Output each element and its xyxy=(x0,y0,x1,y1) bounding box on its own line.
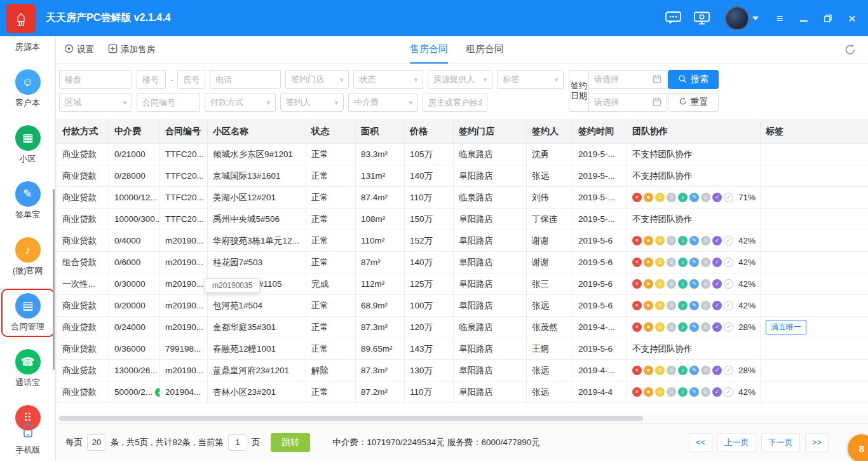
refresh-icon[interactable] xyxy=(844,43,857,58)
cell-contract: TTFC20... xyxy=(160,209,208,230)
sidebar-item-customer-book[interactable]: ☺客户本 xyxy=(6,69,50,109)
cell-contract: TTFC20... xyxy=(160,187,208,209)
titlebar: ⌂ 10 天天房产PC尝鲜版 v2.1.4.4 ≡ × xyxy=(0,0,868,36)
member-purple-icon: ✓ xyxy=(712,279,722,289)
tab-sale-contracts[interactable]: 售房合同 xyxy=(410,36,448,64)
cell-community: 春融苑12幢1001 xyxy=(208,338,306,360)
horizontal-scrollbar[interactable] xyxy=(57,414,868,423)
sidebar-item-wechat-site[interactable]: ♪(微)官网 xyxy=(6,237,50,277)
listing-tag[interactable]: 满五唯一 xyxy=(766,320,806,334)
table-row[interactable]: 商业贷款50000/2...✓201904...杏林小区23#201正常87.2… xyxy=(57,382,868,403)
sidebar-item-mobile-version[interactable]: 手机版 xyxy=(0,423,56,456)
sidebar-items: 房源本☺客户本▦小区✎签单宝♪(微)官网▤合同管理☎通话宝⠿ xyxy=(0,39,55,430)
member-purple-icon: ✓ xyxy=(712,322,722,332)
owner-name-input[interactable] xyxy=(423,93,487,112)
status-select[interactable]: 状态▾ xyxy=(353,70,423,89)
cell-signer: 沈勇 xyxy=(527,144,573,165)
sidebar-item-house-book[interactable]: 房源本 xyxy=(6,39,50,53)
table-row[interactable]: 一次性...0/30000m20190...#1105完成112m²125万阜阳… xyxy=(57,273,868,295)
add-sale-button[interactable]: 添加售房 xyxy=(108,44,155,55)
cell-team: 不支持团队协作 xyxy=(627,165,761,187)
restore-icon[interactable] xyxy=(822,13,834,24)
table-row[interactable]: 商业贷款0/4000m20190...华府骏苑3栋1单元12...正常110m²… xyxy=(57,230,868,252)
reset-button[interactable]: 重置 xyxy=(668,93,719,112)
cell-signer: 张远 xyxy=(527,295,573,317)
date-inputs: 请选择 请选择 xyxy=(588,70,667,112)
current-page-input[interactable] xyxy=(228,434,247,451)
member-check-outline-icon: ✓ xyxy=(724,301,733,310)
prev-page-button[interactable]: 上一页 xyxy=(717,433,756,452)
member-orange-icon: ● xyxy=(644,193,653,202)
minimize-icon[interactable] xyxy=(798,13,810,24)
payment-select[interactable]: 付款方式▾ xyxy=(205,93,276,112)
block-no-input[interactable] xyxy=(137,70,166,89)
sidebar-item-sign-pen[interactable]: ✎签单宝 xyxy=(6,181,50,221)
table-row[interactable]: 商业贷款0/28000TTFC20...京城国际13#1601正常131m²14… xyxy=(57,165,868,187)
minimize-bar xyxy=(800,20,808,22)
signer-select[interactable]: 签约人▾ xyxy=(280,93,344,112)
room-no-input[interactable] xyxy=(177,70,205,89)
table-row[interactable]: 商业贷款0/24000m20190...金都华庭35#301正常87.3m²12… xyxy=(57,317,868,338)
cell-fee: 0/28000 xyxy=(109,165,160,187)
provider-select[interactable]: 房源提供人▾ xyxy=(428,70,492,89)
tab-rent-contracts[interactable]: 租房合同 xyxy=(466,36,504,64)
search-button[interactable]: 搜索 xyxy=(668,70,719,89)
floating-badge[interactable]: 8 xyxy=(848,434,868,461)
settings-button[interactable]: 设置 xyxy=(64,44,94,55)
avatar-image xyxy=(725,6,749,31)
member-gray2-icon: ☺ xyxy=(701,193,710,202)
table-row[interactable]: 商业贷款13000/26...m20190...蓝鼎皇河府23#1201解除87… xyxy=(57,360,868,382)
cell-fee: 13000/26... xyxy=(109,360,160,382)
sidebar-scrollbar[interactable] xyxy=(53,189,55,370)
jump-button[interactable]: 跳转 xyxy=(271,433,310,452)
sidebar-item-community[interactable]: ▦小区 xyxy=(6,125,50,165)
next-page-button[interactable]: 下一页 xyxy=(761,433,800,452)
cell-tag xyxy=(761,252,868,273)
table-row[interactable]: 商业贷款10000/300...TTFC20...禹州中央城5#506正常108… xyxy=(57,209,868,230)
close-icon[interactable]: × xyxy=(846,13,858,24)
tag-select[interactable]: 标签▾ xyxy=(497,70,564,89)
region-select[interactable]: 区域▾ xyxy=(59,93,132,112)
first-page-button[interactable]: << xyxy=(689,433,712,452)
per-page-input[interactable] xyxy=(87,434,106,451)
phone-input[interactable] xyxy=(210,70,281,89)
logo-number: 10 xyxy=(17,20,24,27)
table-row[interactable]: 组合贷款0/6000m20190...桂花园7#503正常87m²140万阜阳路… xyxy=(57,252,868,273)
cell-payment: 商业贷款 xyxy=(57,144,109,165)
community-icon: ▦ xyxy=(15,125,41,151)
cell-payment: 商业贷款 xyxy=(57,165,109,187)
cell-contract: m20190... xyxy=(160,360,208,382)
member-yellow-icon: ☺ xyxy=(655,258,665,267)
date-to-picker[interactable]: 请选择 xyxy=(588,93,667,112)
cell-payment: 商业贷款 xyxy=(57,295,109,317)
table-row[interactable]: 商业贷款0/36000799198...春融苑12幢1001正常89.65m²1… xyxy=(57,338,868,360)
contract-no-input[interactable] xyxy=(137,93,200,112)
cell-date: 2019-5-6 xyxy=(573,230,627,252)
fee-select[interactable]: 中介费▾ xyxy=(348,93,418,112)
member-gray2-icon: ☺ xyxy=(701,301,710,310)
table-row[interactable]: 商业贷款0/20000m20190...包河苑1#504正常68.9m²100万… xyxy=(57,295,868,317)
table-row[interactable]: 商业贷款0/21000TTFC20...倾城水乡东区9#1201正常83.3m²… xyxy=(57,144,868,165)
member-teal-icon: ♪ xyxy=(678,193,688,202)
store-select[interactable]: 签约门店▾ xyxy=(285,70,349,89)
cell-tag xyxy=(761,165,868,187)
user-avatar[interactable] xyxy=(725,6,759,31)
menu-icon[interactable]: ≡ xyxy=(774,13,785,24)
cell-contract: 201904... xyxy=(160,382,208,403)
remote-monitor-icon[interactable] xyxy=(694,11,710,25)
messages-icon[interactable] xyxy=(665,11,681,25)
cell-area: 83.3m² xyxy=(356,144,405,165)
col-header-community: 小区名称 xyxy=(208,120,306,144)
cell-contract: m20190... xyxy=(160,295,208,317)
table-row[interactable]: 商业贷款10000/12...TTFC20...美湖小区12#201正常87.4… xyxy=(57,187,868,209)
sidebar-item-contract-management[interactable]: ▤合同管理 xyxy=(6,293,50,333)
scrollbar-thumb[interactable] xyxy=(59,416,643,421)
cell-community: 杏林小区23#201 xyxy=(208,382,306,403)
date-from-picker[interactable]: 请选择 xyxy=(588,70,667,89)
cell-contract: m20190... xyxy=(160,252,208,273)
range-dash: - xyxy=(170,75,173,85)
cell-team: ×●☺☺♪✎☺✓✓71% xyxy=(627,187,761,209)
sidebar-item-call-treasure[interactable]: ☎通话宝 xyxy=(6,349,50,389)
building-input[interactable] xyxy=(59,70,132,89)
last-page-button[interactable]: >> xyxy=(805,433,829,452)
